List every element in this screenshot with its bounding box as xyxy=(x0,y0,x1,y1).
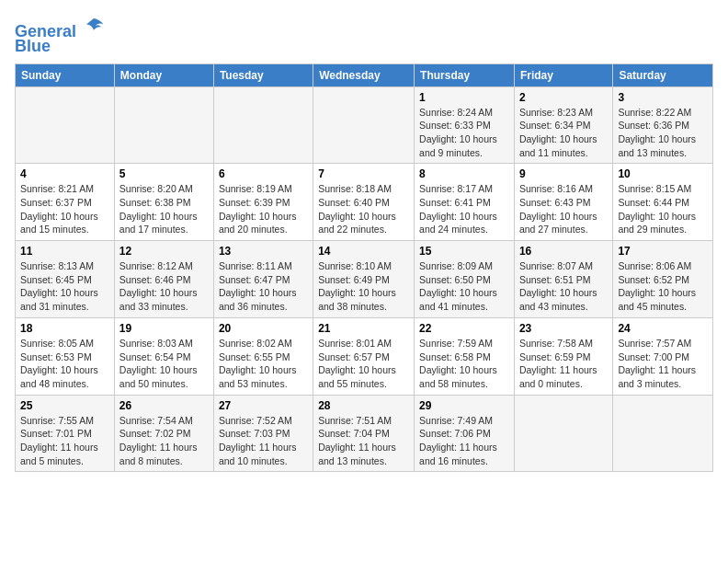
day-info: Sunrise: 8:07 AM Sunset: 6:51 PM Dayligh… xyxy=(519,259,608,314)
day-info: Sunrise: 8:21 AM Sunset: 6:37 PM Dayligh… xyxy=(20,182,109,236)
column-header-tuesday: Tuesday xyxy=(213,63,313,86)
calendar-cell: 5Sunrise: 8:20 AM Sunset: 6:38 PM Daylig… xyxy=(114,164,213,241)
calendar-week-row: 1Sunrise: 8:24 AM Sunset: 6:33 PM Daylig… xyxy=(16,86,713,164)
calendar-cell: 25Sunrise: 7:55 AM Sunset: 7:01 PM Dayli… xyxy=(16,395,115,472)
day-info: Sunrise: 7:55 AM Sunset: 7:01 PM Dayligh… xyxy=(20,414,109,468)
calendar-week-row: 4Sunrise: 8:21 AM Sunset: 6:37 PM Daylig… xyxy=(16,164,713,241)
day-info: Sunrise: 8:06 AM Sunset: 6:52 PM Dayligh… xyxy=(618,259,708,314)
day-info: Sunrise: 8:24 AM Sunset: 6:33 PM Dayligh… xyxy=(419,106,509,160)
day-info: Sunrise: 8:16 AM Sunset: 6:43 PM Dayligh… xyxy=(519,182,608,236)
day-info: Sunrise: 8:18 AM Sunset: 6:40 PM Dayligh… xyxy=(318,182,409,236)
day-number: 11 xyxy=(20,245,109,258)
day-number: 2 xyxy=(519,91,608,104)
calendar-cell: 21Sunrise: 8:01 AM Sunset: 6:57 PM Dayli… xyxy=(313,317,415,395)
calendar-header-row: SundayMondayTuesdayWednesdayThursdayFrid… xyxy=(16,63,713,86)
day-number: 14 xyxy=(318,245,409,258)
calendar-cell: 8Sunrise: 8:17 AM Sunset: 6:41 PM Daylig… xyxy=(415,164,515,241)
day-number: 19 xyxy=(119,322,209,335)
calendar-cell xyxy=(514,395,612,472)
calendar-week-row: 25Sunrise: 7:55 AM Sunset: 7:01 PM Dayli… xyxy=(16,395,713,472)
day-number: 29 xyxy=(419,399,509,412)
day-info: Sunrise: 8:11 AM Sunset: 6:47 PM Dayligh… xyxy=(219,259,308,314)
day-number: 25 xyxy=(20,399,109,412)
day-info: Sunrise: 8:15 AM Sunset: 6:44 PM Dayligh… xyxy=(618,182,708,236)
calendar-cell: 2Sunrise: 8:23 AM Sunset: 6:34 PM Daylig… xyxy=(514,86,612,164)
day-number: 22 xyxy=(419,322,509,335)
column-header-thursday: Thursday xyxy=(415,63,515,86)
calendar-cell: 7Sunrise: 8:18 AM Sunset: 6:40 PM Daylig… xyxy=(313,164,415,241)
day-info: Sunrise: 7:58 AM Sunset: 6:59 PM Dayligh… xyxy=(519,337,608,391)
day-number: 13 xyxy=(219,245,308,258)
day-number: 1 xyxy=(419,91,509,104)
day-number: 16 xyxy=(519,245,608,258)
calendar-cell: 15Sunrise: 8:09 AM Sunset: 6:50 PM Dayli… xyxy=(415,241,515,318)
calendar-week-row: 18Sunrise: 8:05 AM Sunset: 6:53 PM Dayli… xyxy=(16,317,713,395)
day-number: 21 xyxy=(318,322,409,335)
column-header-friday: Friday xyxy=(514,63,612,86)
column-header-wednesday: Wednesday xyxy=(313,63,415,86)
day-info: Sunrise: 8:13 AM Sunset: 6:45 PM Dayligh… xyxy=(20,259,109,314)
logo-bird-icon xyxy=(83,15,105,37)
day-info: Sunrise: 8:03 AM Sunset: 6:54 PM Dayligh… xyxy=(119,337,209,391)
day-info: Sunrise: 7:49 AM Sunset: 7:06 PM Dayligh… xyxy=(419,414,509,468)
day-number: 23 xyxy=(519,322,608,335)
calendar-cell: 24Sunrise: 7:57 AM Sunset: 7:00 PM Dayli… xyxy=(613,317,713,395)
day-number: 27 xyxy=(219,399,308,412)
column-header-saturday: Saturday xyxy=(613,63,713,86)
day-info: Sunrise: 8:22 AM Sunset: 6:36 PM Dayligh… xyxy=(618,106,708,160)
day-number: 24 xyxy=(618,322,708,335)
logo: General Blue xyxy=(15,15,105,56)
calendar-cell: 12Sunrise: 8:12 AM Sunset: 6:46 PM Dayli… xyxy=(114,241,213,318)
day-number: 6 xyxy=(219,167,308,180)
day-number: 8 xyxy=(419,167,509,180)
calendar-cell: 6Sunrise: 8:19 AM Sunset: 6:39 PM Daylig… xyxy=(213,164,313,241)
day-info: Sunrise: 8:17 AM Sunset: 6:41 PM Dayligh… xyxy=(419,182,509,236)
calendar-cell: 4Sunrise: 8:21 AM Sunset: 6:37 PM Daylig… xyxy=(16,164,115,241)
calendar-cell: 14Sunrise: 8:10 AM Sunset: 6:49 PM Dayli… xyxy=(313,241,415,318)
day-number: 28 xyxy=(318,399,409,412)
calendar-cell: 29Sunrise: 7:49 AM Sunset: 7:06 PM Dayli… xyxy=(415,395,515,472)
calendar-cell: 3Sunrise: 8:22 AM Sunset: 6:36 PM Daylig… xyxy=(613,86,713,164)
day-info: Sunrise: 7:51 AM Sunset: 7:04 PM Dayligh… xyxy=(318,414,409,468)
calendar-cell xyxy=(213,86,313,164)
calendar-cell: 19Sunrise: 8:03 AM Sunset: 6:54 PM Dayli… xyxy=(114,317,213,395)
calendar-cell: 16Sunrise: 8:07 AM Sunset: 6:51 PM Dayli… xyxy=(514,241,612,318)
day-info: Sunrise: 7:57 AM Sunset: 7:00 PM Dayligh… xyxy=(618,337,708,391)
calendar-cell: 22Sunrise: 7:59 AM Sunset: 6:58 PM Dayli… xyxy=(415,317,515,395)
day-number: 3 xyxy=(618,91,708,104)
day-info: Sunrise: 8:10 AM Sunset: 6:49 PM Dayligh… xyxy=(318,259,409,314)
day-number: 9 xyxy=(519,167,608,180)
calendar-cell: 1Sunrise: 8:24 AM Sunset: 6:33 PM Daylig… xyxy=(415,86,515,164)
day-number: 18 xyxy=(20,322,109,335)
column-header-sunday: Sunday xyxy=(16,63,115,86)
day-number: 12 xyxy=(119,245,209,258)
day-info: Sunrise: 8:01 AM Sunset: 6:57 PM Dayligh… xyxy=(318,337,409,391)
calendar-cell xyxy=(313,86,415,164)
calendar-cell: 20Sunrise: 8:02 AM Sunset: 6:55 PM Dayli… xyxy=(213,317,313,395)
calendar-cell: 28Sunrise: 7:51 AM Sunset: 7:04 PM Dayli… xyxy=(313,395,415,472)
day-info: Sunrise: 8:19 AM Sunset: 6:39 PM Dayligh… xyxy=(219,182,308,236)
calendar-cell xyxy=(16,86,115,164)
calendar-cell: 17Sunrise: 8:06 AM Sunset: 6:52 PM Dayli… xyxy=(613,241,713,318)
day-number: 26 xyxy=(119,399,209,412)
day-number: 20 xyxy=(219,322,308,335)
calendar-cell xyxy=(613,395,713,472)
calendar-cell: 11Sunrise: 8:13 AM Sunset: 6:45 PM Dayli… xyxy=(16,241,115,318)
page-header: General Blue xyxy=(15,15,713,56)
day-number: 7 xyxy=(318,167,409,180)
calendar-cell: 23Sunrise: 7:58 AM Sunset: 6:59 PM Dayli… xyxy=(514,317,612,395)
day-info: Sunrise: 8:05 AM Sunset: 6:53 PM Dayligh… xyxy=(20,337,109,391)
day-number: 5 xyxy=(119,167,209,180)
calendar-cell: 13Sunrise: 8:11 AM Sunset: 6:47 PM Dayli… xyxy=(213,241,313,318)
day-info: Sunrise: 8:09 AM Sunset: 6:50 PM Dayligh… xyxy=(419,259,509,314)
day-number: 17 xyxy=(618,245,708,258)
calendar-cell: 9Sunrise: 8:16 AM Sunset: 6:43 PM Daylig… xyxy=(514,164,612,241)
day-info: Sunrise: 8:20 AM Sunset: 6:38 PM Dayligh… xyxy=(119,182,209,236)
calendar-cell: 26Sunrise: 7:54 AM Sunset: 7:02 PM Dayli… xyxy=(114,395,213,472)
day-info: Sunrise: 7:54 AM Sunset: 7:02 PM Dayligh… xyxy=(119,414,209,468)
day-number: 10 xyxy=(618,167,708,180)
calendar-week-row: 11Sunrise: 8:13 AM Sunset: 6:45 PM Dayli… xyxy=(16,241,713,318)
calendar-body: 1Sunrise: 8:24 AM Sunset: 6:33 PM Daylig… xyxy=(16,86,713,472)
day-info: Sunrise: 8:23 AM Sunset: 6:34 PM Dayligh… xyxy=(519,106,608,160)
column-header-monday: Monday xyxy=(114,63,213,86)
